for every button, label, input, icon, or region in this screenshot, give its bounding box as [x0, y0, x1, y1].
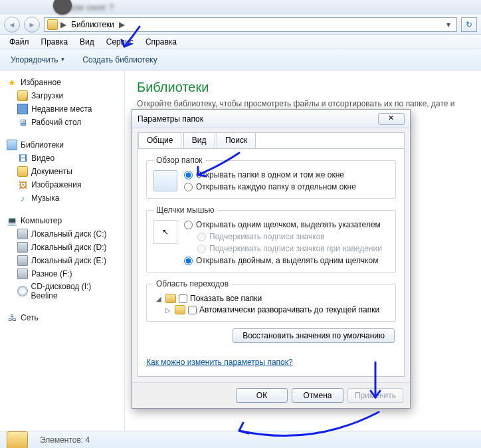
menu-bar: Файл Правка Вид Сервис Справка: [0, 35, 481, 49]
navigation-pane: ★Избранное Загрузки Недавние места 🖥Рабо…: [0, 70, 125, 431]
ok-button[interactable]: ОК: [236, 388, 288, 403]
sidebar-favorites-head[interactable]: ★Избранное: [0, 76, 124, 89]
cd-icon: [17, 286, 28, 296]
tab-panel-general: Обзор папок Открывать папки в одном и то…: [138, 148, 405, 377]
tree-row-1[interactable]: ◢Показать все папки: [156, 294, 389, 303]
folder-icon: [47, 19, 58, 30]
sidebar-item-drive-c[interactable]: Локальный диск (C:): [0, 227, 124, 241]
sidebar-item-recent[interactable]: Недавние места: [0, 102, 124, 116]
sidebar-computer-head[interactable]: 💻Компьютер: [0, 214, 124, 227]
details-pane: Элементов: 4: [0, 431, 481, 448]
document-icon: [17, 166, 28, 177]
folder-icon: [165, 294, 176, 303]
breadcrumb-sep: ▶: [60, 20, 66, 29]
legend-browse: Обзор папок: [153, 156, 205, 165]
menu-file[interactable]: Файл: [4, 36, 35, 48]
apply-button[interactable]: Применить: [347, 388, 403, 403]
hdd-icon: [17, 269, 28, 279]
pictures-icon: 🖼: [17, 179, 28, 190]
dialog-titlebar: Параметры папок ✕: [132, 110, 410, 128]
sidebar-item-drive-d[interactable]: Локальный диск (D:): [0, 241, 124, 254]
folder-icon: [175, 305, 185, 314]
chk-show-all[interactable]: [179, 294, 187, 303]
forward-button[interactable]: ►: [24, 17, 40, 33]
tree-row-2[interactable]: ▷Автоматически разворачивать до текущей …: [156, 305, 389, 314]
video-icon: 🎞: [17, 153, 28, 164]
dialog-title: Параметры папок: [138, 114, 378, 124]
recent-icon: [17, 104, 28, 114]
help-link[interactable]: Как можно изменить параметры папок?: [146, 358, 293, 367]
command-bar: Упорядочить▼ Создать библиотеку: [0, 49, 481, 70]
folder-large-icon: [7, 431, 28, 449]
sidebar-libraries-head[interactable]: Библиотеки: [0, 138, 124, 152]
fieldset-nav-pane: Область переходов ◢Показать все папки ▷А…: [146, 279, 396, 322]
libraries-icon: [7, 140, 17, 150]
menu-help[interactable]: Справка: [140, 36, 182, 48]
breadcrumb-dropdown[interactable]: ▾: [443, 20, 454, 29]
menu-edit[interactable]: Правка: [36, 36, 74, 48]
downloads-icon: [17, 90, 28, 101]
sidebar-item-video[interactable]: 🎞Видео: [0, 152, 124, 165]
sidebar-item-desktop[interactable]: 🖥Рабочий стол: [0, 116, 124, 129]
radio-new-window[interactable]: Открывать каждую папку в отдельном окне: [184, 182, 356, 191]
radio-underline-always: Подчеркивать подписи значков: [184, 232, 382, 241]
fieldset-browse-folders: Обзор папок Открывать папки в одном и то…: [146, 156, 396, 199]
new-library-button[interactable]: Создать библиотеку: [77, 53, 162, 66]
explorer-navbar: ◄ ► ▶ Библиотеки ▶ ▾ ↻: [0, 15, 481, 35]
organize-button[interactable]: Упорядочить▼: [5, 53, 70, 66]
sidebar-item-music[interactable]: ♪Музыка: [0, 191, 124, 205]
address-bar[interactable]: ▶ Библиотеки ▶ ▾: [44, 17, 457, 32]
dialog-button-row: ОК Отмена Применить: [132, 382, 410, 408]
cancel-button[interactable]: Отмена: [292, 388, 343, 403]
close-button[interactable]: ✕: [378, 113, 405, 125]
caret-down-icon: ◢: [156, 295, 163, 302]
sidebar-item-drive-f[interactable]: Разное (F:): [0, 267, 124, 280]
legend-nav: Область переходов: [153, 279, 231, 288]
sidebar-item-cd[interactable]: CD-дисковод (I:) Beeline: [0, 280, 124, 302]
computer-icon: 💻: [7, 215, 17, 226]
tab-view[interactable]: Вид: [183, 132, 215, 148]
sidebar-item-drive-e[interactable]: Локальный диск (E:): [0, 254, 124, 267]
breadcrumb-libraries[interactable]: Библиотеки: [69, 20, 116, 29]
legend-click: Щелчки мышью: [153, 205, 217, 215]
chk-auto-expand[interactable]: [188, 306, 197, 314]
status-count-label: Элементов: 4: [40, 435, 90, 445]
desktop-icon: 🖥: [17, 117, 28, 128]
caret-right-icon: ▷: [165, 306, 172, 314]
back-button[interactable]: ◄: [4, 17, 20, 33]
hdd-icon: [17, 242, 28, 253]
folder-options-dialog: Параметры папок ✕ Общие Вид Поиск Обзор …: [132, 109, 411, 409]
restore-defaults-button[interactable]: Восстановить значения по умолчанию: [233, 328, 395, 343]
fieldset-click-behavior: Щелчки мышью ↖ Открывать одним щелчком, …: [146, 205, 396, 273]
hdd-icon: [17, 229, 28, 239]
tab-search[interactable]: Поиск: [217, 132, 256, 148]
tab-strip: Общие Вид Поиск: [138, 132, 405, 148]
tab-general[interactable]: Общие: [138, 132, 181, 148]
radio-single-click[interactable]: Открывать одним щелчком, выделять указат…: [184, 220, 382, 229]
menu-view[interactable]: Вид: [74, 36, 100, 48]
window-titlebar: новом окне ?: [0, 0, 481, 15]
sidebar-network-head[interactable]: 🖧Сеть: [0, 311, 124, 324]
sidebar-item-documents[interactable]: Документы: [0, 165, 124, 178]
sidebar-item-pictures[interactable]: 🖼Изображения: [0, 178, 124, 191]
star-icon: ★: [7, 77, 17, 88]
page-title: Библиотеки: [137, 80, 469, 95]
menu-tools[interactable]: Сервис: [101, 36, 139, 48]
refresh-button[interactable]: ↻: [461, 17, 477, 32]
music-icon: ♪: [17, 193, 28, 203]
breadcrumb-sep2: ▶: [119, 20, 125, 29]
browse-graphic-icon: [153, 170, 177, 191]
radio-underline-hover: Подчеркивать подписи значков при наведен…: [184, 244, 382, 253]
radio-same-window[interactable]: Открывать папки в одном и том же окне: [184, 170, 356, 179]
network-icon: 🖧: [7, 312, 17, 323]
hdd-icon: [17, 255, 28, 266]
sidebar-item-downloads[interactable]: Загрузки: [0, 89, 124, 102]
cursor-graphic-icon: ↖: [153, 220, 177, 244]
radio-double-click[interactable]: Открывать двойным, а выделять одним щелч…: [184, 256, 382, 265]
